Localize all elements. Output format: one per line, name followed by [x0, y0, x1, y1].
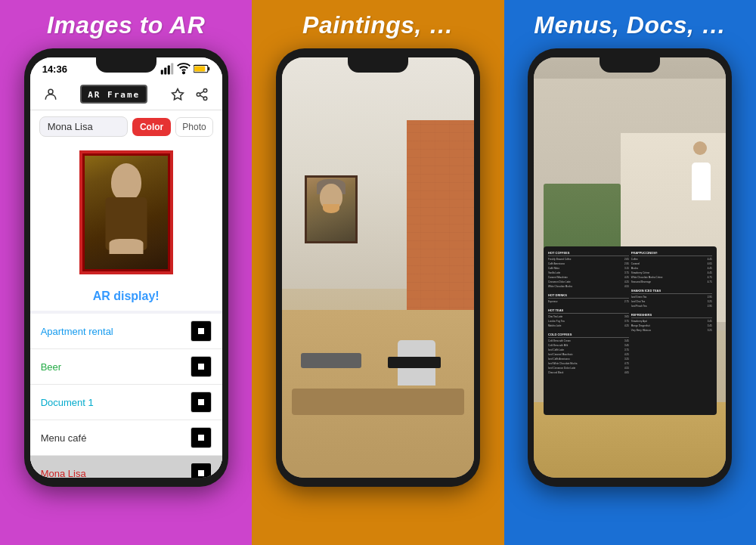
menu-item-caramel: Caramel Macchiato4.25	[548, 276, 629, 279]
menu-item-white-choc: White Chocolate Mocha4.55	[548, 285, 629, 288]
menu-item-frap-coffee: Coffee4.45	[631, 258, 712, 261]
phone-3-notch	[600, 57, 660, 73]
wifi-icon	[177, 62, 191, 76]
list-item-monalisa[interactable]: Mona Lisa	[30, 456, 222, 478]
list-item-beer[interactable]: Beer	[30, 349, 222, 385]
search-input[interactable]: Mona Lisa	[39, 116, 128, 137]
menu-item-cold-brew: Cold Brew with Cream3.45	[548, 339, 629, 342]
menu-item-frap-seasonal: Seasonal Beverage4.75	[631, 280, 712, 283]
menu-item-iced-americano: Iced Caffè Americano3.25	[548, 358, 629, 361]
menu-item-iced-caramel: Iced Caramel Macchiato4.25	[548, 353, 629, 356]
nav-bar: AR Frame	[30, 79, 222, 110]
menu-item-frap-caramel: Caramel4.65	[631, 262, 712, 265]
phone-3-screen: HOT COFFEES Freshly Brewed Coffee2.65 Ca…	[534, 57, 726, 478]
menu-item-iced-green: Iced Green Tea2.95	[631, 296, 712, 299]
panel-1-title: Images to AR	[47, 11, 205, 39]
status-icons	[160, 62, 210, 76]
menu-item-brewed: Freshly Brewed Coffee2.65	[548, 258, 629, 261]
items-list: Apartment rental Beer Document 1 Menu ca…	[30, 314, 222, 478]
menu-item-iced-dolce: Iced Cinnamon Dolce Latte4.55	[548, 367, 629, 370]
menu-item-iced-latte: Iced Caffè Latte3.75	[548, 348, 629, 351]
menu-section-frappuccinos: FRAPPUCCINOS®	[631, 251, 712, 256]
van-gogh-ar-frame	[305, 175, 358, 243]
person-icon[interactable]	[42, 86, 59, 103]
qr-code-document	[191, 392, 212, 413]
menu-item-charcoal: Charcoal Black4.65	[548, 371, 629, 374]
ar-menu-board: HOT COFFEES Freshly Brewed Coffee2.65 Ca…	[544, 246, 717, 414]
coffee-ar-scene: HOT COFFEES Freshly Brewed Coffee2.65 Ca…	[534, 57, 726, 478]
menu-col-left: HOT COFFEES Freshly Brewed Coffee2.65 Ca…	[548, 251, 629, 410]
menu-item-strawberry: Strawberry Açaí3.45	[631, 320, 712, 323]
svg-rect-0	[160, 70, 163, 75]
menu-item-iced-white: Iced White Chocolate Mocha4.75	[548, 362, 629, 365]
menu-item-espresso: Espresso2.75	[548, 300, 629, 303]
vg-beard	[323, 204, 339, 213]
menu-item-dolce: Cinnamon Dolce Latte4.25	[548, 280, 629, 283]
ar-display-button[interactable]: AR display!	[93, 290, 160, 303]
menu-item-chai: Chai Tea Latte3.65	[548, 315, 629, 318]
panel-paintings: Paintings, …	[252, 0, 503, 545]
svg-rect-6	[208, 67, 209, 71]
phone-notch	[96, 57, 156, 73]
menu-item-latte: Vanilla Latte3.75	[548, 271, 629, 274]
star-icon[interactable]	[169, 86, 186, 103]
panel-images-to-ar: Images to AR 14:36	[0, 0, 252, 545]
phone-2-screen	[282, 57, 474, 478]
qr-code-beer	[191, 356, 212, 377]
status-time: 14:36	[42, 63, 67, 75]
menu-item-cold-brew-milk: Cold Brew with Milk3.45	[548, 344, 629, 347]
list-item-menu[interactable]: Menu café	[30, 420, 222, 456]
qr-code-monalisa	[191, 463, 212, 478]
qr-code-apartment	[191, 320, 212, 342]
barista-head	[693, 141, 707, 155]
painting-container	[30, 143, 222, 282]
phone-3: HOT COFFEES Freshly Brewed Coffee2.65 Ca…	[528, 48, 732, 487]
cafe-table	[292, 389, 465, 415]
menu-section-shaken-teas: SHAKEN ICED TEAS	[631, 289, 712, 294]
list-item-apartment[interactable]: Apartment rental	[30, 314, 222, 349]
menu-item-hibiscus: Very Berry Hibiscus3.25	[631, 329, 712, 332]
search-bar: Mona Lisa Color Photo	[30, 110, 222, 143]
svg-rect-2	[167, 66, 169, 75]
signal-icon	[160, 62, 174, 76]
list-item-document[interactable]: Document 1	[30, 385, 222, 420]
menu-section-cold-coffees: COLD COFFEES	[548, 333, 629, 338]
mona-lisa-image	[85, 156, 168, 269]
menu-item-frap-straw: Strawberry Crème4.45	[631, 271, 712, 274]
ar-button-container: AR display!	[30, 282, 222, 311]
phone-2-notch	[348, 57, 408, 73]
menu-item-frap-mocha: Mocha4.45	[631, 267, 712, 270]
menu-item-frap-wcc: White Chocolate Mocha Crème4.75	[631, 276, 712, 279]
cafe-ar-scene	[282, 57, 474, 478]
menu-section-refreshers: REFRESHERS	[631, 313, 712, 318]
share-icon[interactable]	[194, 86, 210, 103]
cafe-laptop	[388, 357, 441, 368]
battery-icon	[194, 64, 210, 73]
menu-item-mango: Mango Dragonfruit3.45	[631, 324, 712, 327]
menu-section-hot-teas: HOT TEAS	[548, 308, 629, 314]
cafe-keyboard	[301, 353, 361, 368]
van-gogh-portrait	[307, 178, 355, 241]
menu-section-hot-coffees: HOT COFFEES	[548, 251, 629, 256]
photo-button[interactable]: Photo	[175, 117, 212, 137]
svg-point-4	[183, 72, 184, 73]
app-logo: AR Frame	[80, 85, 147, 104]
svg-rect-7	[194, 66, 205, 71]
phone-1-screen: 14:36	[30, 57, 222, 478]
panel-3-title: Menus, Docs, …	[534, 11, 726, 39]
menu-item-americano: Caffè Americano2.95	[548, 262, 629, 265]
menu-section-hot-drinks: HOT DRINKS	[548, 293, 629, 299]
barista-body	[692, 163, 711, 200]
phone-1: 14:36	[24, 48, 228, 487]
svg-point-8	[48, 89, 53, 94]
svg-marker-9	[172, 88, 183, 99]
menu-item-iced-chai: Iced Chai Tea3.25	[631, 300, 712, 303]
color-button[interactable]: Color	[132, 118, 171, 136]
svg-rect-3	[171, 63, 173, 75]
panel-menus-docs: Menus, Docs, …	[504, 0, 756, 545]
menu-item-iced-peach: Iced Peach Tea2.95	[631, 305, 712, 308]
mona-lisa-face	[115, 169, 138, 192]
menu-item-misto: Caffè Misto3.15	[548, 267, 629, 270]
menu-item-london-fog: London Fog Tea3.75	[548, 320, 629, 323]
panel-2-title: Paintings, …	[302, 11, 454, 39]
